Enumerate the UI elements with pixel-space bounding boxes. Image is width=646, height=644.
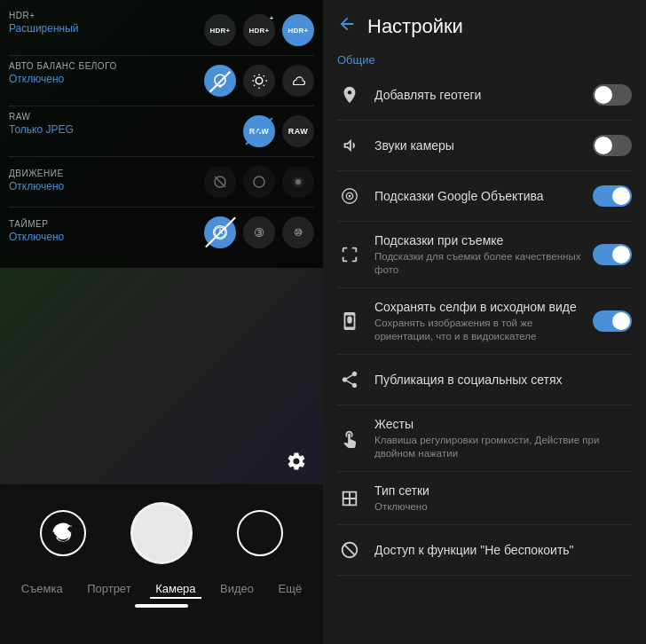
settings-item-selfie-mirror[interactable]: Сохранять селфи в исходном виде Сохранят… bbox=[323, 288, 646, 354]
hdr-label: HDR+ bbox=[9, 11, 79, 20]
awb-cloudy-btn[interactable] bbox=[282, 65, 314, 97]
timer-off-btn[interactable] bbox=[204, 216, 236, 248]
settings-title: Настройки bbox=[367, 15, 463, 38]
settings-item-google-lens[interactable]: Подсказки Google Объектива bbox=[323, 171, 646, 221]
dnd-content: Доступ к функции "Не беспокоить" bbox=[374, 542, 632, 558]
home-indicator bbox=[135, 604, 188, 608]
selfie-icon bbox=[337, 309, 362, 334]
grid-subtitle: Отключено bbox=[374, 500, 632, 514]
settings-item-sounds[interactable]: Звуки камеры bbox=[323, 121, 646, 170]
sounds-title: Звуки камеры bbox=[374, 137, 593, 153]
back-button[interactable] bbox=[337, 14, 357, 39]
motion-label: ДВИЖЕНИЕ bbox=[9, 169, 64, 178]
raw-setting-row: RAW Только JPEG RAW RAW bbox=[9, 112, 314, 147]
svg-point-2 bbox=[254, 177, 264, 187]
hdr-setting-row: HDR+ Расширенный HDR+ HDR+ + HDR+ bbox=[9, 11, 314, 46]
raw-icons: RAW RAW bbox=[243, 115, 314, 147]
motion-value: Отключено bbox=[9, 180, 64, 192]
motion-setting-row: ДВИЖЕНИЕ Отключено bbox=[9, 162, 314, 198]
settings-item-gestures[interactable]: Жесты Клавиша регулировки громкости, Дей… bbox=[323, 405, 646, 471]
mode-camera[interactable]: Камера bbox=[150, 578, 201, 599]
timer-off-icon bbox=[212, 224, 228, 240]
timer-icons: ③ ⑩ bbox=[204, 216, 314, 248]
location-icon bbox=[337, 82, 362, 107]
settings-item-dnd[interactable]: Доступ к функции "Не беспокоить" bbox=[323, 525, 646, 575]
mode-video[interactable]: Съемка bbox=[16, 578, 68, 599]
sounds-toggle[interactable] bbox=[593, 135, 632, 156]
social-title: Публикация в социальных сетях bbox=[374, 372, 632, 388]
settings-item-geotags[interactable]: Добавлять геотеги bbox=[323, 70, 646, 120]
settings-item-social[interactable]: Публикация в социальных сетях bbox=[323, 355, 646, 404]
settings-panel: Настройки Общие Добавлять геотеги Звуки … bbox=[323, 0, 646, 644]
raw-jpeg-btn[interactable]: RAW bbox=[243, 115, 275, 147]
motion-auto-icon bbox=[251, 174, 267, 190]
gear-icon bbox=[286, 451, 307, 472]
mode-portrait[interactable]: Портрет bbox=[82, 578, 136, 599]
motion-auto-btn[interactable] bbox=[243, 166, 275, 198]
google-lens-title: Подсказки Google Объектива bbox=[374, 188, 593, 204]
timer-value: Отключено bbox=[9, 231, 64, 243]
selfie-mirror-toggle-knob bbox=[612, 312, 630, 330]
svg-point-4 bbox=[295, 179, 301, 185]
gestures-content: Жесты Клавиша регулировки громкости, Дей… bbox=[374, 416, 632, 460]
timer-3s-btn[interactable]: ③ bbox=[243, 216, 275, 248]
timer-label: ТАЙМЕР bbox=[9, 219, 64, 229]
motion-off-icon bbox=[212, 174, 228, 190]
gestures-title: Жесты bbox=[374, 416, 632, 432]
settings-item-shot-suggestions[interactable]: Подсказки при съемке Подсказки для съемк… bbox=[323, 222, 646, 287]
sounds-toggle-knob bbox=[595, 137, 612, 154]
geotags-toggle[interactable] bbox=[593, 84, 632, 106]
flip-camera-button[interactable] bbox=[40, 510, 86, 556]
raw-label: RAW bbox=[9, 112, 74, 122]
awb-sun-icon bbox=[251, 73, 267, 89]
shutter-button[interactable] bbox=[130, 502, 193, 564]
mode-more[interactable]: Ещё bbox=[273, 578, 308, 599]
awb-cloudy-icon bbox=[290, 73, 306, 89]
google-lens-toggle[interactable] bbox=[593, 185, 632, 207]
google-lens-toggle-knob bbox=[612, 187, 630, 205]
geotags-content: Добавлять геотеги bbox=[374, 87, 593, 103]
sep-9 bbox=[337, 575, 632, 576]
selfie-mirror-toggle[interactable] bbox=[593, 310, 632, 332]
grid-content: Тип сетки Отключено bbox=[374, 483, 632, 514]
gestures-subtitle: Клавиша регулировки громкости, Действие … bbox=[374, 434, 632, 460]
settings-header: Настройки bbox=[323, 0, 646, 46]
frame-icon bbox=[337, 242, 362, 267]
hdr-icons: HDR+ HDR+ + HDR+ bbox=[204, 14, 314, 46]
awb-off-btn[interactable] bbox=[204, 65, 236, 97]
divider-3 bbox=[9, 156, 314, 157]
back-arrow-icon bbox=[337, 14, 357, 34]
divider-4 bbox=[9, 207, 314, 208]
flip-camera-icon bbox=[51, 521, 75, 546]
grid-icon bbox=[337, 486, 362, 511]
shot-suggestions-toggle[interactable] bbox=[593, 244, 632, 265]
mode-video-tab[interactable]: Видео bbox=[215, 578, 259, 599]
motion-off-btn[interactable] bbox=[204, 166, 236, 198]
settings-item-grid[interactable]: Тип сетки Отключено bbox=[323, 472, 646, 524]
timer-setting-row: ТАЙМЕР Отключено ③ ⑩ bbox=[9, 213, 314, 248]
gesture-icon bbox=[337, 426, 362, 451]
geotags-title: Добавлять геотеги bbox=[374, 87, 593, 103]
dnd-title: Доступ к функции "Не беспокоить" bbox=[374, 542, 632, 558]
hdr-auto-btn[interactable]: HDR+ bbox=[282, 14, 314, 46]
hdr-off-btn[interactable]: HDR+ bbox=[204, 14, 236, 46]
divider-2 bbox=[9, 106, 314, 106]
sounds-content: Звуки камеры bbox=[374, 137, 593, 153]
motion-on-btn[interactable] bbox=[282, 166, 314, 198]
gear-button[interactable] bbox=[280, 445, 312, 477]
raw-value: Только JPEG bbox=[9, 123, 74, 136]
shot-suggestions-content: Подсказки при съемке Подсказки для съемк… bbox=[374, 232, 593, 277]
awb-icons bbox=[204, 65, 314, 97]
divider-1 bbox=[9, 55, 314, 56]
gallery-button[interactable] bbox=[237, 510, 283, 556]
timer-10s-btn[interactable]: ⑩ bbox=[282, 216, 314, 248]
camera-controls bbox=[0, 484, 323, 573]
grid-title: Тип сетки bbox=[374, 483, 632, 499]
camera-settings-overlay: HDR+ Расширенный HDR+ HDR+ + HDR+ bbox=[0, 0, 323, 268]
social-content: Публикация в социальных сетях bbox=[374, 372, 632, 388]
hdr-on-btn[interactable]: HDR+ + bbox=[243, 14, 275, 46]
raw-only-btn[interactable]: RAW bbox=[282, 115, 314, 147]
awb-sun-btn[interactable] bbox=[243, 65, 275, 97]
svg-point-7 bbox=[349, 195, 351, 198]
motion-on-icon bbox=[290, 174, 306, 190]
